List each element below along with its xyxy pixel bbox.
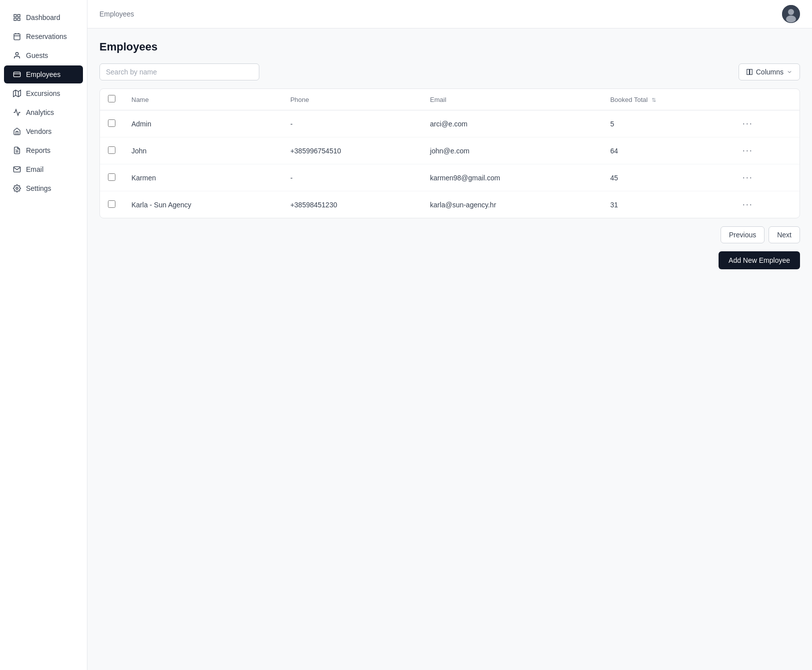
row-checkbox[interactable] [108,146,115,154]
sidebar-item-label: Excursions [26,89,60,97]
columns-button[interactable]: Columns [739,63,800,80]
sidebar-item-analytics[interactable]: Analytics [4,103,83,121]
row-checkbox-cell [100,110,123,137]
sidebar-item-settings[interactable]: Settings [4,179,83,197]
main-content: Employees Employees Columns [87,0,812,670]
row-more-button[interactable]: ··· [740,117,756,130]
row-booked-total: 64 [602,137,732,164]
row-actions-cell: ··· [732,164,800,191]
row-checkbox[interactable] [108,173,115,181]
content-area: Employees Columns Name [87,28,812,281]
column-header-phone: Phone [282,89,422,110]
row-phone: +38598451230 [282,191,422,218]
row-actions-cell: ··· [732,110,800,137]
sidebar-item-dashboard[interactable]: Dashboard [4,8,83,26]
svg-rect-0 [14,14,16,17]
sidebar-item-vendors[interactable]: Vendors [4,122,83,140]
calendar-icon [13,32,21,40]
grid-icon [13,13,21,21]
svg-point-8 [15,52,18,55]
table-row: John +385996754510 john@e.com 64 ··· [100,137,800,164]
row-name: Karla - Sun Agency [123,191,282,218]
row-actions-cell: ··· [732,191,800,218]
row-checkbox-cell [100,164,123,191]
mail-icon [13,165,21,173]
column-header-name: Name [123,89,282,110]
pagination: Previous Next [99,226,800,243]
gear-icon [13,184,21,192]
sidebar-item-guests[interactable]: Guests [4,46,83,64]
svg-rect-20 [747,69,750,75]
sort-icon: ⇅ [652,97,656,103]
svg-point-19 [786,15,796,22]
row-phone: +385996754510 [282,137,422,164]
sidebar-item-reservations[interactable]: Reservations [4,27,83,45]
row-booked-total: 31 [602,191,732,218]
id-card-icon [13,70,21,78]
row-checkbox-cell [100,191,123,218]
row-checkbox-cell [100,137,123,164]
table-row: Karla - Sun Agency +38598451230 karla@su… [100,191,800,218]
search-input[interactable] [99,63,259,80]
sidebar-item-email[interactable]: Email [4,160,83,178]
row-email: karmen98@gmail.com [422,164,603,191]
sidebar-item-label: Guests [26,51,48,59]
row-name: Karmen [123,164,282,191]
sidebar-item-excursions[interactable]: Excursions [4,84,83,102]
sidebar-item-reports[interactable]: Reports [4,141,83,159]
row-actions-cell: ··· [732,137,800,164]
map-icon [13,89,21,97]
columns-label: Columns [756,68,784,76]
sidebar-item-label: Reservations [26,32,67,40]
page-title: Employees [99,40,800,53]
svg-rect-1 [17,14,20,17]
row-checkbox[interactable] [108,200,115,208]
row-phone: - [282,110,422,137]
row-email: arci@e.com [422,110,603,137]
table-row: Admin - arci@e.com 5 ··· [100,110,800,137]
row-more-button[interactable]: ··· [740,171,756,184]
sidebar-item-employees[interactable]: Employees [4,65,83,83]
sidebar-item-label: Settings [26,184,51,192]
column-header-email: Email [422,89,603,110]
topbar: Employees [87,0,812,28]
column-header-booked-total[interactable]: Booked Total ⇅ [602,89,732,110]
avatar[interactable] [782,5,800,23]
row-email: karla@sun-agency.hr [422,191,603,218]
columns-icon [746,68,753,75]
breadcrumb: Employees [99,10,134,18]
table-header-row: Name Phone Email Booked Total ⇅ [100,89,800,110]
svg-rect-9 [13,72,20,76]
add-button-row: Add New Employee [99,251,800,269]
select-all-header [100,89,123,110]
store-icon [13,127,21,135]
row-booked-total: 5 [602,110,732,137]
svg-point-18 [788,9,794,15]
row-more-button[interactable]: ··· [740,198,756,211]
sidebar-item-label: Employees [26,70,60,78]
user-icon [13,51,21,59]
chart-icon [13,108,21,116]
employees-table: Name Phone Email Booked Total ⇅ [99,88,800,218]
row-name: John [123,137,282,164]
svg-rect-3 [17,18,20,20]
row-checkbox[interactable] [108,119,115,127]
file-icon [13,146,21,154]
row-email: john@e.com [422,137,603,164]
toolbar: Columns [99,63,800,80]
add-employee-button[interactable]: Add New Employee [719,251,800,269]
svg-point-16 [16,187,18,189]
sidebar-item-label: Dashboard [26,13,60,21]
next-button[interactable]: Next [769,226,800,243]
row-booked-total: 45 [602,164,732,191]
row-phone: - [282,164,422,191]
select-all-checkbox[interactable] [108,95,115,102]
svg-rect-4 [14,34,20,40]
row-name: Admin [123,110,282,137]
svg-rect-2 [14,18,16,20]
table-row: Karmen - karmen98@gmail.com 45 ··· [100,164,800,191]
previous-button[interactable]: Previous [721,226,765,243]
sidebar: Dashboard Reservations Guests Employees … [0,0,87,670]
chevron-down-icon [787,69,793,75]
row-more-button[interactable]: ··· [740,144,756,157]
